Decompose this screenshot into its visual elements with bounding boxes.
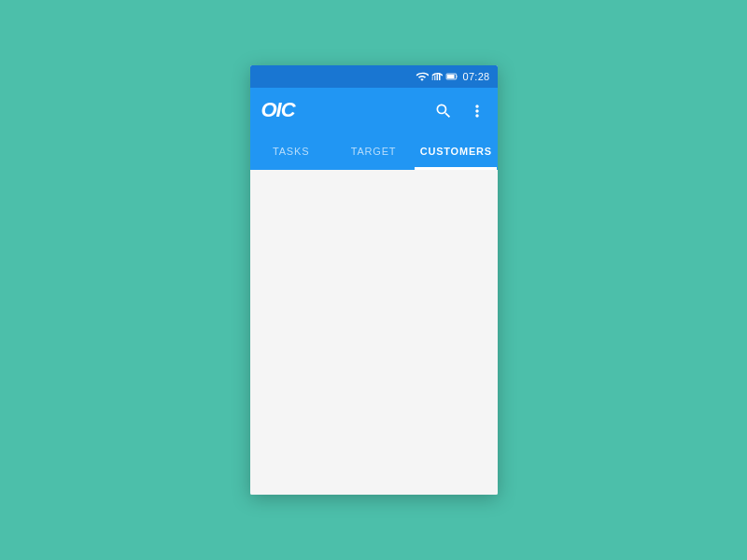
app-logo: OIC [261, 98, 295, 122]
tab-customers[interactable]: CUSTOMERS [415, 133, 497, 170]
svg-rect-1 [434, 76, 436, 81]
app-bar: OIC [250, 88, 498, 133]
app-bar-actions [434, 100, 486, 119]
svg-rect-5 [448, 75, 456, 78]
tab-customers-label: CUSTOMERS [420, 146, 492, 157]
tab-target[interactable]: TARGET [332, 133, 415, 170]
signal-icon [431, 71, 443, 82]
svg-rect-3 [439, 74, 441, 81]
tab-bar: TASKS TARGET CUSTOMERS [250, 133, 498, 170]
wifi-icon [416, 70, 429, 83]
status-time: 07:28 [462, 71, 489, 82]
tab-tasks-label: TASKS [273, 146, 309, 157]
more-icon[interactable] [468, 100, 486, 119]
svg-rect-2 [437, 75, 439, 81]
tab-target-label: TARGET [351, 146, 397, 157]
status-bar: 07:28 [250, 65, 498, 88]
search-icon[interactable] [434, 100, 453, 119]
content-area [250, 170, 498, 495]
status-icons [416, 70, 458, 83]
phone-container: 07:28 OIC TASKS TARGET [250, 65, 498, 495]
battery-icon [445, 70, 458, 83]
tab-tasks[interactable]: TASKS [250, 133, 332, 170]
svg-rect-0 [432, 77, 434, 81]
